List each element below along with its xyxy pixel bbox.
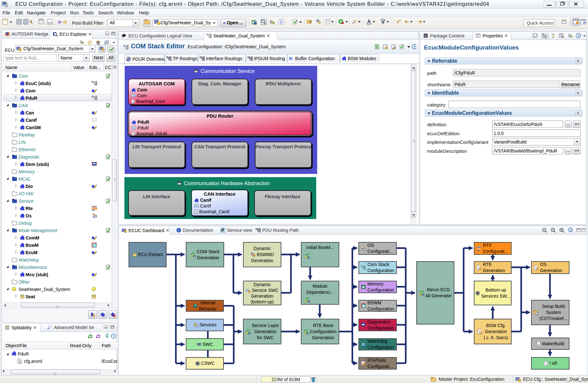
- svg-text:?: ?: [569, 228, 572, 232]
- svg-text:?: ?: [113, 334, 115, 338]
- svg-text:RTE: RTE: [92, 208, 96, 210]
- svg-text:.c: .c: [536, 313, 538, 315]
- svg-text:.c: .c: [537, 343, 539, 346]
- svg-text:?: ?: [577, 34, 580, 38]
- svg-text:i: i: [280, 20, 282, 24]
- svg-text:RTE: RTE: [477, 248, 481, 250]
- svg-text:010: 010: [48, 21, 52, 24]
- svg-text:?: ?: [413, 45, 416, 49]
